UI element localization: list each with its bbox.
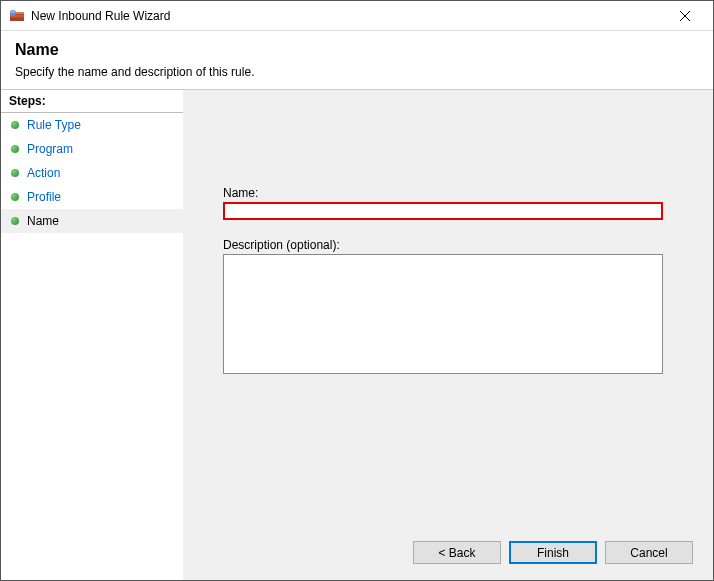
page-subtitle: Specify the name and description of this… xyxy=(15,65,699,79)
description-label: Description (optional): xyxy=(223,238,673,252)
step-bullet-icon xyxy=(11,121,19,129)
step-bullet-icon xyxy=(11,145,19,153)
name-label: Name: xyxy=(223,186,673,200)
steps-header: Steps: xyxy=(1,90,183,113)
sidebar-item-action[interactable]: Action xyxy=(1,161,183,185)
main-panel: Name: Description (optional): < Back Fin… xyxy=(183,90,713,580)
svg-point-4 xyxy=(10,10,16,16)
name-input[interactable] xyxy=(223,202,663,220)
finish-button[interactable]: Finish xyxy=(509,541,597,564)
firewall-icon xyxy=(9,8,25,24)
sidebar-item-name[interactable]: Name xyxy=(1,209,183,233)
close-button[interactable] xyxy=(665,2,705,30)
step-bullet-icon xyxy=(11,217,19,225)
step-label: Name xyxy=(27,214,59,228)
cancel-button[interactable]: Cancel xyxy=(605,541,693,564)
content-area: Steps: Rule Type Program Action Profile … xyxy=(1,90,713,580)
sidebar-item-program[interactable]: Program xyxy=(1,137,183,161)
step-bullet-icon xyxy=(11,193,19,201)
step-bullet-icon xyxy=(11,169,19,177)
step-label: Profile xyxy=(27,190,61,204)
form-area: Name: Description (optional): xyxy=(183,90,713,529)
sidebar-item-rule-type[interactable]: Rule Type xyxy=(1,113,183,137)
steps-sidebar: Steps: Rule Type Program Action Profile … xyxy=(1,90,183,580)
sidebar-item-profile[interactable]: Profile xyxy=(1,185,183,209)
step-label: Program xyxy=(27,142,73,156)
wizard-header: Name Specify the name and description of… xyxy=(1,31,713,90)
close-icon xyxy=(680,11,690,21)
back-button[interactable]: < Back xyxy=(413,541,501,564)
button-row: < Back Finish Cancel xyxy=(183,529,713,580)
step-label: Action xyxy=(27,166,60,180)
description-field-group: Description (optional): xyxy=(223,238,673,377)
description-textarea[interactable] xyxy=(223,254,663,374)
page-title: Name xyxy=(15,41,699,59)
svg-rect-3 xyxy=(10,18,24,21)
step-label: Rule Type xyxy=(27,118,81,132)
name-field-group: Name: xyxy=(223,186,673,220)
titlebar: New Inbound Rule Wizard xyxy=(1,1,713,31)
window-title: New Inbound Rule Wizard xyxy=(31,9,170,23)
